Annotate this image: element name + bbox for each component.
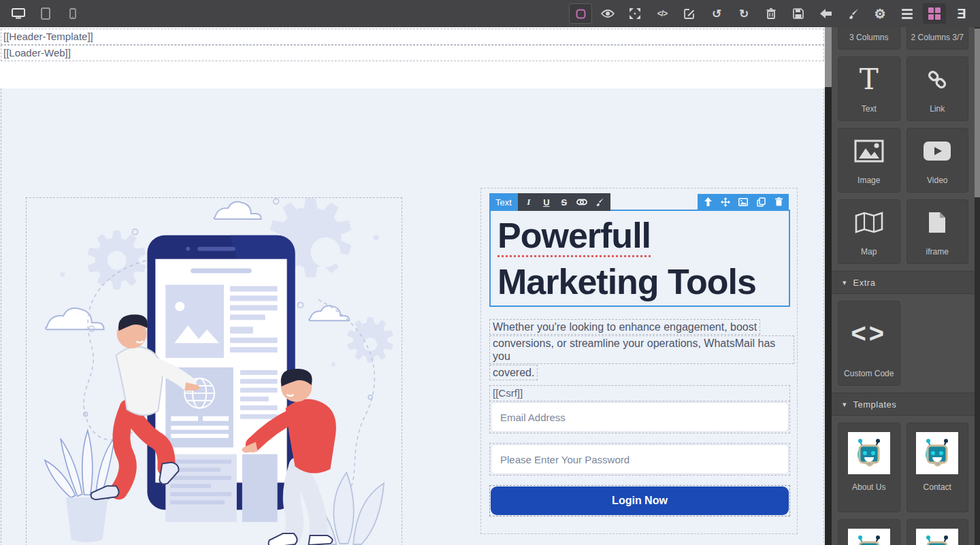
- trash-icon: [775, 197, 783, 206]
- chevron-down-icon: ▾: [843, 400, 847, 409]
- action-buttons: </> ↺ ↻ ⚙ Ǝ: [569, 3, 973, 24]
- floppy-save-icon: [793, 8, 804, 19]
- preview-button[interactable]: [596, 3, 619, 24]
- block-video[interactable]: Video: [906, 128, 969, 193]
- heading-line2: Marketing Tools: [497, 262, 756, 301]
- map-icon: [855, 212, 883, 233]
- top-toolbar: </> ↺ ↻ ⚙ Ǝ: [0, 0, 980, 27]
- templates-section-header[interactable]: ▾ Templates: [832, 393, 975, 416]
- section-title: Extra: [853, 278, 876, 288]
- template-contact[interactable]: Contact: [906, 423, 969, 512]
- block-row: About Us Contact: [832, 423, 975, 512]
- illustration-graphic: [27, 198, 402, 545]
- block-label: Video: [927, 176, 947, 185]
- block-label: Image: [858, 176, 880, 185]
- clear-canvas-button[interactable]: [760, 3, 783, 24]
- block-row: <> Custom Code: [832, 301, 975, 386]
- fullscreen-button[interactable]: [623, 3, 647, 24]
- csrf-placeholder[interactable]: [[Csrf]]: [489, 385, 790, 401]
- block-map[interactable]: Map: [838, 199, 900, 264]
- selected-heading[interactable]: PowerfullMarketing Tools: [489, 210, 790, 307]
- square-outline-icon: [576, 9, 586, 19]
- hero-heading: PowerfullMarketing Tools: [497, 212, 782, 305]
- device-tablet-button[interactable]: [34, 3, 57, 24]
- back-button[interactable]: [814, 3, 837, 24]
- email-field[interactable]: [491, 402, 789, 432]
- link-chain-icon: [926, 68, 949, 91]
- video-play-icon: [924, 142, 951, 161]
- header-template-placeholder[interactable]: [[Header-Template]]: [1, 29, 824, 45]
- template-card-partial[interactable]: [838, 519, 900, 545]
- rte-tools: I U S: [518, 193, 610, 211]
- block-label: Custom Code: [844, 369, 894, 378]
- select-parent-button[interactable]: [700, 195, 715, 209]
- italic-button[interactable]: I: [521, 195, 537, 210]
- canvas-scrollbar-thumb[interactable]: [825, 27, 832, 87]
- link-chain-icon: [576, 199, 587, 205]
- block-text[interactable]: T Text: [838, 56, 900, 121]
- password-field-wrapper: [489, 443, 790, 476]
- block-label: Contact: [924, 482, 951, 492]
- open-styles-button[interactable]: [841, 3, 864, 24]
- expand-arrows-icon: [630, 8, 640, 19]
- block-link[interactable]: Link: [906, 56, 969, 121]
- underline-button[interactable]: U: [538, 195, 555, 210]
- save-button[interactable]: [787, 3, 810, 24]
- robot-logo-icon: [921, 533, 953, 545]
- block-image[interactable]: Image: [838, 128, 900, 193]
- marketing-illustration[interactable]: [26, 197, 402, 545]
- password-field[interactable]: [491, 444, 789, 474]
- toggle-borders-button[interactable]: [569, 3, 592, 24]
- chevron-down-icon: ▾: [843, 278, 847, 287]
- template-card-partial[interactable]: [906, 519, 969, 545]
- logo-button[interactable]: Ǝ: [950, 3, 973, 24]
- canvas-scrollbar[interactable]: [825, 27, 832, 545]
- device-desktop-button[interactable]: [7, 3, 30, 24]
- block-row: Image Video: [832, 128, 975, 193]
- strikethrough-button[interactable]: S: [556, 195, 572, 210]
- image-action-button[interactable]: [736, 195, 751, 209]
- loader-web-placeholder[interactable]: [[Loader-Web]]: [1, 45, 824, 61]
- block-label: Link: [930, 104, 945, 114]
- tablet-icon: [41, 7, 50, 20]
- template-about-us[interactable]: About Us: [838, 423, 900, 512]
- hero-paragraph[interactable]: Whether you're looking to enhance engage…: [489, 319, 794, 381]
- link-button[interactable]: [574, 195, 590, 210]
- block-3-columns[interactable]: 3 Columns: [838, 27, 900, 50]
- delete-button[interactable]: [771, 195, 786, 209]
- open-layers-button[interactable]: [896, 3, 919, 24]
- extra-section-header[interactable]: ▾ Extra: [832, 271, 975, 294]
- angle-brackets-icon: <>: [851, 319, 887, 348]
- robot-logo-icon: [853, 437, 885, 469]
- block-2-columns-37[interactable]: 2 Columns 3/7: [906, 27, 969, 50]
- text-style-button[interactable]: [591, 195, 608, 210]
- undo-icon: ↺: [712, 8, 721, 20]
- block-iframe[interactable]: iframe: [906, 199, 969, 264]
- device-mobile-button[interactable]: [61, 3, 84, 24]
- copy-button[interactable]: [753, 195, 768, 209]
- eye-icon: [601, 9, 615, 18]
- editor-canvas: [[Header-Template]] [[Loader-Web]]: [0, 27, 825, 545]
- form-column[interactable]: Text I U S: [480, 188, 798, 534]
- paint-brush-icon: [847, 8, 859, 20]
- template-thumbnail: [916, 529, 958, 545]
- open-settings-button[interactable]: ⚙: [868, 3, 892, 24]
- undo-button[interactable]: ↺: [705, 3, 728, 24]
- text-icon: T: [860, 65, 879, 94]
- section-title: Templates: [853, 399, 897, 410]
- block-label: 3 Columns: [849, 33, 888, 42]
- login-button[interactable]: Login Now: [491, 486, 789, 515]
- panel-scrollbar[interactable]: [975, 27, 980, 545]
- selected-component-badge: Text: [489, 193, 518, 211]
- redo-button[interactable]: ↻: [732, 3, 755, 24]
- code-icon: </>: [657, 9, 667, 18]
- block-label: Text: [862, 104, 877, 114]
- panel-scrollbar-thumb[interactable]: [975, 29, 980, 197]
- open-code-button[interactable]: </>: [651, 3, 674, 24]
- block-custom-code[interactable]: <> Custom Code: [838, 301, 900, 386]
- hero-section[interactable]: Text I U S: [0, 88, 825, 545]
- open-blocks-button[interactable]: [923, 3, 946, 24]
- edit-button[interactable]: [678, 3, 701, 24]
- drag-move-button[interactable]: [718, 195, 733, 209]
- page-builder-app: </> ↺ ↻ ⚙ Ǝ: [0, 0, 980, 545]
